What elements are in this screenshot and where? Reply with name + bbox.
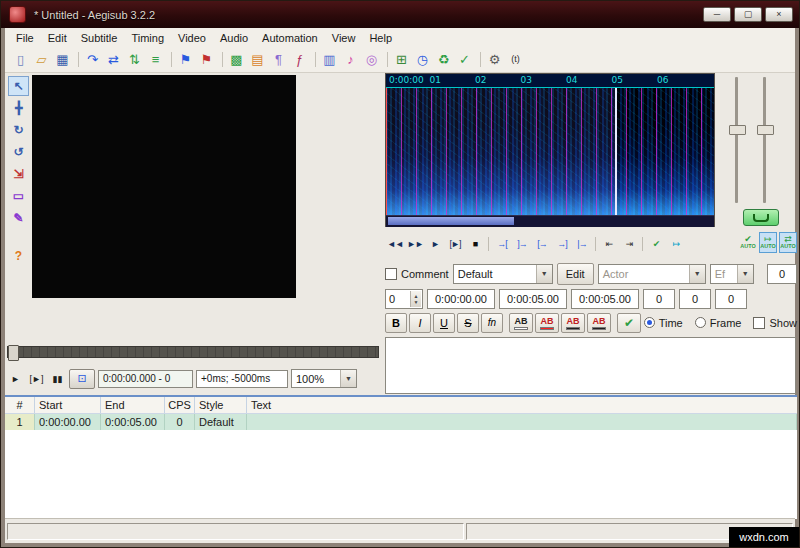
table-row[interactable]: 10:00:00.000:00:05.000Default xyxy=(5,414,797,430)
open-audio-button[interactable]: ♪ xyxy=(341,50,360,69)
rotate-xy-tool-button[interactable]: ↺ xyxy=(8,142,29,162)
font-face-button[interactable]: fn xyxy=(481,313,503,333)
spell-checker-button[interactable]: ✓ xyxy=(455,50,474,69)
end-time-field[interactable]: 0:00:05.00 xyxy=(499,289,567,309)
previous-line-button[interactable]: ◄◄ xyxy=(385,234,405,254)
effect-combo[interactable]: Ef ▼ xyxy=(710,264,754,284)
bold-button[interactable]: B xyxy=(385,313,407,333)
timing-postprocessor-button[interactable]: ◷ xyxy=(413,50,432,69)
play-500ms-after-button[interactable]: ]→ xyxy=(512,234,532,254)
minimize-button[interactable]: ─ xyxy=(703,7,731,22)
outline-color-button[interactable]: AB xyxy=(561,313,585,333)
video-seek-slider[interactable] xyxy=(7,346,379,358)
start-time-field[interactable]: 0:00:00.00 xyxy=(427,289,495,309)
vertical-zoom-handle[interactable] xyxy=(729,125,746,135)
margin-right-field[interactable]: 0 xyxy=(679,289,711,309)
play-selection-button[interactable]: ► xyxy=(425,234,445,254)
audio-spectrogram[interactable] xyxy=(386,88,714,215)
menu-view[interactable]: View xyxy=(325,30,363,46)
fonts-collector-button[interactable]: ƒ xyxy=(290,50,309,69)
open-video-button[interactable]: ▥ xyxy=(320,50,339,69)
auto-scroll-toggle[interactable]: ⇄AUTO xyxy=(779,232,797,253)
audio-vertical-zoom-slider[interactable] xyxy=(735,77,738,203)
secondary-color-button[interactable]: AB xyxy=(535,313,559,333)
select-lines-button[interactable]: ≡ xyxy=(146,50,165,69)
snap-start-to-video-button[interactable]: ⚑ xyxy=(176,50,195,69)
video-display[interactable] xyxy=(32,75,296,298)
volume-handle[interactable] xyxy=(757,125,774,135)
strikeout-button[interactable]: S xyxy=(457,313,479,333)
scale-tool-button[interactable]: ⇲ xyxy=(8,164,29,184)
resample-resolution-button[interactable]: ⊞ xyxy=(392,50,411,69)
menu-automation[interactable]: Automation xyxy=(255,30,325,46)
menu-file[interactable]: File xyxy=(9,30,41,46)
chevron-down-icon[interactable]: ▼ xyxy=(737,265,753,283)
audio-scrollbar[interactable] xyxy=(386,215,714,227)
sort-lines-button[interactable]: ⇅ xyxy=(125,50,144,69)
menu-help[interactable]: Help xyxy=(362,30,399,46)
snap-end-to-video-button[interactable]: ⚑ xyxy=(197,50,216,69)
auto-next-line-toggle[interactable]: ↦AUTO xyxy=(759,232,777,253)
video-zoom-combo[interactable]: 100% ▼ xyxy=(291,369,357,388)
kanji-timer-button[interactable]: ♻ xyxy=(434,50,453,69)
frame-radio[interactable] xyxy=(695,317,706,328)
menu-audio[interactable]: Audio xyxy=(213,30,255,46)
stop-playing-button[interactable]: ■ xyxy=(465,234,485,254)
automation-button[interactable]: ◎ xyxy=(362,50,381,69)
next-line-button[interactable]: ►► xyxy=(405,234,425,254)
play-first-500ms-button[interactable]: [→ xyxy=(532,234,552,254)
audio-timeline[interactable]: 0:00:00010203040506 xyxy=(386,74,714,88)
commit-button[interactable]: ✔ xyxy=(617,313,641,333)
maximize-button[interactable]: ▢ xyxy=(734,7,762,22)
clip-tool-button[interactable]: ▭ xyxy=(8,186,29,206)
standard-tool-button[interactable]: ↖ xyxy=(8,76,29,96)
vector-clip-tool-button[interactable]: ✎ xyxy=(8,208,29,228)
link-zoom-volume-button[interactable] xyxy=(743,209,779,226)
menu-video[interactable]: Video xyxy=(171,30,213,46)
comment-checkbox[interactable] xyxy=(385,268,397,280)
show-original-checkbox[interactable] xyxy=(753,317,765,329)
video-seek-thumb[interactable] xyxy=(8,345,19,361)
video-play-button[interactable]: ► xyxy=(6,370,25,388)
toggle-tag-hiding-button[interactable]: (t) xyxy=(506,50,525,69)
styles-manager-button[interactable]: ▩ xyxy=(227,50,246,69)
shadow-color-button[interactable]: AB xyxy=(587,313,611,333)
chevron-down-icon[interactable]: ▼ xyxy=(340,370,356,387)
auto-commit-toggle[interactable]: ✔AUTO xyxy=(739,232,757,253)
subtitle-grid[interactable]: #StartEndCPSStyleText 10:00:00.000:00:05… xyxy=(5,395,797,519)
audio-volume-slider[interactable] xyxy=(763,77,766,203)
spinner-arrows-icon[interactable]: ▲▼ xyxy=(410,291,421,307)
commit-changes-button[interactable]: ✔ xyxy=(646,234,666,254)
save-subtitles-button[interactable]: ▦ xyxy=(53,50,72,69)
underline-button[interactable]: U xyxy=(433,313,455,333)
chevron-down-icon[interactable]: ▼ xyxy=(536,265,552,283)
open-subtitles-button[interactable]: ▱ xyxy=(32,50,51,69)
menu-subtitle[interactable]: Subtitle xyxy=(74,30,125,46)
play-500ms-before-button[interactable]: →[ xyxy=(492,234,512,254)
audio-selection[interactable] xyxy=(386,88,617,215)
preferences-button[interactable]: ⚙ xyxy=(485,50,504,69)
jump-to-button[interactable]: ↷ xyxy=(83,50,102,69)
rotate-z-tool-button[interactable]: ↻ xyxy=(8,120,29,140)
new-subtitles-button[interactable]: ▯ xyxy=(11,50,30,69)
play-last-500ms-button[interactable]: →] xyxy=(552,234,572,254)
play-current-line-button[interactable]: [►] xyxy=(445,234,465,254)
play-to-end-of-file-button[interactable]: |→ xyxy=(572,234,592,254)
subtitle-text-edit[interactable] xyxy=(385,337,796,394)
margin-vertical-field[interactable]: 0 xyxy=(715,289,747,309)
video-autoseek-toggle-button[interactable]: ⊡ xyxy=(69,369,95,389)
properties-button[interactable]: ▤ xyxy=(248,50,267,69)
video-pause-button[interactable]: ▮▮ xyxy=(48,370,67,388)
actor-combo[interactable]: Actor ▼ xyxy=(598,264,706,284)
layer-spinner[interactable]: 0 ▲▼ xyxy=(385,289,423,309)
menu-timing[interactable]: Timing xyxy=(124,30,171,46)
attachments-button[interactable]: ¶ xyxy=(269,50,288,69)
audio-scrollbar-thumb[interactable] xyxy=(388,217,514,225)
visual-help-button[interactable]: ? xyxy=(8,246,29,266)
drag-tool-button[interactable]: ╋ xyxy=(8,98,29,118)
add-lead-out-button[interactable]: ⇥ xyxy=(619,234,639,254)
go-to-selection-button[interactable]: ↦ xyxy=(666,234,686,254)
shift-times-button[interactable]: ⇄ xyxy=(104,50,123,69)
video-play-line-button[interactable]: [►] xyxy=(27,370,46,388)
time-radio[interactable] xyxy=(644,317,655,328)
